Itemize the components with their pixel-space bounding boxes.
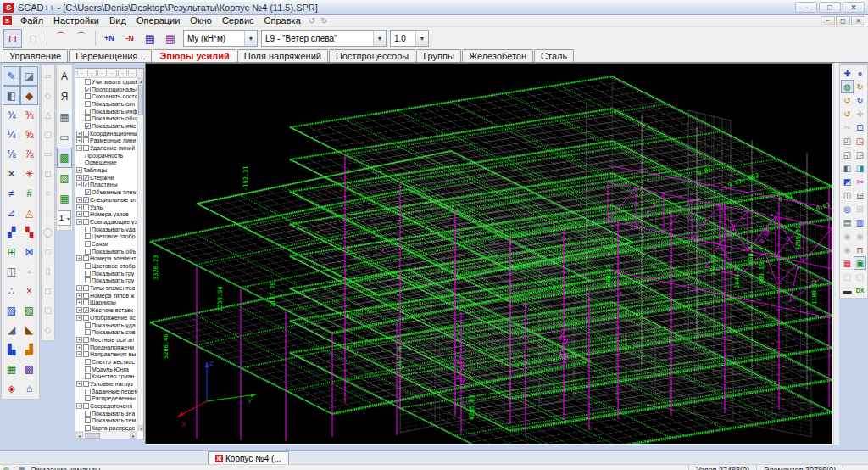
checkbox[interactable] — [85, 249, 91, 255]
menu-окно[interactable]: Окно — [185, 15, 217, 25]
face-top-icon[interactable]: ◩ — [841, 175, 854, 188]
print-icon[interactable]: ▤ — [841, 215, 854, 229]
draw-tool-icon[interactable]: ✎ — [3, 66, 20, 86]
expand-icon[interactable]: + — [76, 167, 82, 173]
tree-horizontal-scrollbar[interactable]: ◄ ► — [75, 431, 137, 439]
tree-item[interactable]: +Сосредоточенн — [75, 402, 137, 410]
fragment-tool-icon[interactable]: ◧ — [3, 86, 20, 105]
checkbox[interactable]: ✓ — [83, 175, 89, 181]
scroll-thumb[interactable] — [138, 85, 143, 115]
tree-item[interactable]: Цветовое отобр — [75, 262, 137, 270]
maximize-button[interactable]: □ — [819, 2, 841, 13]
tab-группы[interactable]: Группы — [416, 49, 461, 62]
aux-move-icon[interactable]: ▱ — [42, 66, 54, 86]
checkbox[interactable] — [83, 293, 89, 299]
orbit-icon[interactable]: ◍ — [841, 80, 854, 93]
close-button[interactable]: ✕ — [843, 2, 865, 13]
tree-item[interactable]: ✓Объемные элем — [75, 188, 137, 196]
tab-управление[interactable]: Управление — [3, 49, 68, 62]
minimize-button[interactable]: − — [795, 2, 817, 13]
tree-item[interactable]: Показывать инф — [75, 108, 137, 115]
tree-item[interactable]: Показывать зна — [75, 410, 137, 417]
expand-icon[interactable]: + — [76, 145, 82, 151]
cam-dis-3-icon[interactable]: ◉ — [841, 243, 854, 256]
shear-diagram-button[interactable]: ⌒ — [72, 29, 91, 48]
max-force-button[interactable]: +N — [100, 29, 119, 48]
expand-icon[interactable]: + — [76, 351, 82, 357]
tree-item[interactable]: Распределенны — [75, 395, 137, 403]
tree-mini-button-4[interactable]: – — [108, 70, 117, 76]
expand-icon[interactable]: + — [76, 307, 82, 313]
iso-view-3-icon[interactable]: ◱ — [841, 148, 854, 161]
aux-angle-icon[interactable]: △ — [42, 105, 54, 125]
checkbox[interactable]: ✓ — [85, 87, 91, 92]
expand-icon[interactable]: + — [76, 337, 82, 343]
checkbox[interactable] — [85, 395, 91, 401]
expand-icon[interactable]: + — [76, 315, 82, 321]
tree-mini-button-5[interactable]: – — [118, 70, 127, 76]
aux-dot-icon[interactable]: ◌ — [42, 203, 54, 222]
tree-item[interactable]: +Шарниры — [75, 299, 137, 307]
element-values-icon[interactable]: ⅝ — [20, 125, 38, 144]
force-factor-combo[interactable]: My (кН*м)▼ — [183, 30, 258, 47]
checkbox[interactable] — [83, 145, 89, 151]
checkbox[interactable] — [83, 285, 89, 291]
checkbox[interactable] — [83, 255, 89, 261]
checkbox[interactable] — [85, 101, 91, 107]
node-values-icon[interactable]: ¼ — [3, 125, 20, 144]
checkbox[interactable] — [85, 115, 91, 121]
hash-grid-icon[interactable]: # — [20, 183, 38, 203]
checkbox[interactable] — [85, 322, 91, 328]
aux-gem-icon[interactable]: ◇ — [42, 320, 54, 339]
tree-item[interactable]: Показывать гру — [75, 270, 137, 277]
checkbox[interactable] — [85, 359, 91, 365]
delete-selection-icon[interactable]: ✕ — [3, 164, 20, 183]
sphere-view-icon[interactable]: ● — [854, 66, 866, 80]
expand-icon[interactable]: + — [76, 293, 82, 299]
checkbox[interactable]: ✓ — [85, 189, 91, 195]
checkbox[interactable] — [85, 425, 91, 431]
element-numbers-icon[interactable]: ⅜ — [20, 105, 38, 125]
fragment-save-icon[interactable]: ▨ — [57, 168, 72, 188]
aux-rotate-icon[interactable]: ◇ — [42, 86, 54, 105]
aux-frame-icon[interactable]: ▢ — [42, 125, 54, 144]
scale-spinner[interactable]: 1▾ — [58, 210, 71, 226]
menu-файл[interactable]: Файл — [15, 15, 48, 25]
checkbox[interactable] — [83, 403, 89, 409]
hatch-tool-icon[interactable]: ▨ — [3, 300, 20, 320]
dense-mesh-icon[interactable]: ▩ — [20, 359, 38, 378]
fence-icon[interactable]: ⊓ — [854, 243, 866, 256]
expand-icon[interactable]: + — [76, 381, 82, 387]
tab-сталь[interactable]: Сталь — [534, 49, 574, 62]
scroll-down-icon[interactable]: ▼ — [138, 425, 143, 431]
checkbox[interactable] — [85, 241, 91, 247]
child-restore-button[interactable]: ◻ — [836, 16, 850, 25]
tree-item[interactable]: +Номера типов ж — [75, 292, 137, 299]
center-view-icon[interactable]: ✚ — [841, 66, 854, 80]
checkbox[interactable] — [85, 233, 91, 239]
epure-alt-button[interactable]: ⊓ — [24, 29, 42, 48]
tree-item[interactable]: Качество триан — [75, 373, 137, 381]
tab-поля-напряжений[interactable]: Поля напряжений — [237, 49, 328, 62]
checkbox[interactable] — [83, 137, 89, 143]
report-icon[interactable]: ▥ — [854, 215, 866, 229]
axis-constraint-icon[interactable]: ≠ — [3, 183, 20, 203]
rotate-ccw-icon[interactable]: ↺ — [841, 93, 854, 107]
tree-item[interactable]: Показывать уда — [75, 322, 137, 329]
grid-plus-icon[interactable]: ⊞ — [3, 242, 20, 261]
cone-view-icon[interactable]: ◬ — [20, 203, 38, 222]
tree-item[interactable]: +✓Жесткие вставк — [75, 306, 137, 314]
corner-sw-icon[interactable]: ◣ — [20, 320, 38, 339]
redo-icon[interactable]: ↻ — [318, 16, 330, 25]
checkbox[interactable] — [85, 277, 91, 283]
aux-box-icon[interactable]: ◻ — [42, 164, 54, 183]
expand-icon[interactable]: + — [76, 182, 82, 187]
tree-item[interactable]: Связи — [75, 240, 137, 248]
tab-железобетон[interactable]: Железобетон — [462, 49, 533, 62]
checkbox[interactable]: ✓ — [83, 197, 89, 203]
snowflake-tool-icon[interactable]: ✳ — [20, 164, 38, 183]
fragment-grid-icon[interactable]: ▦ — [57, 188, 72, 209]
node-marks-icon[interactable]: ⅛ — [3, 144, 20, 164]
iso-view-2-icon[interactable]: ◳ — [854, 134, 866, 148]
loadcase-combo[interactable]: L9 - "Ветер слева"▼ — [261, 30, 387, 47]
